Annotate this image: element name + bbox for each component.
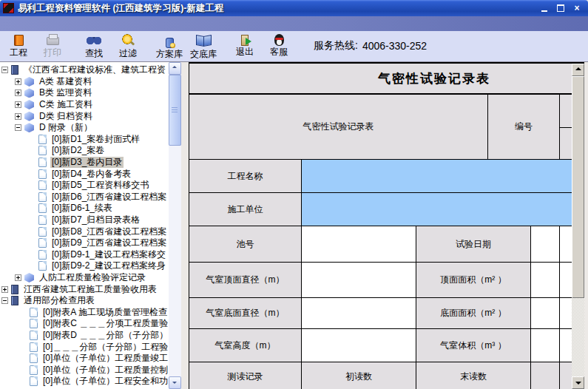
tree-node-icon <box>38 146 47 155</box>
tree-expander-icon[interactable] <box>15 89 21 96</box>
tree-item[interactable]: 人防工程质量检验评定记录 <box>0 272 169 284</box>
tree-item[interactable]: [0]单位（子单位）工程质量控制 <box>0 364 169 376</box>
minimize-button[interactable] <box>538 3 551 14</box>
app-logo-icon <box>3 3 14 13</box>
menu-item[interactable] <box>84 22 98 25</box>
tree-expander-icon[interactable] <box>15 101 21 108</box>
tree-node-icon <box>38 203 47 213</box>
bottom-area-input[interactable] <box>531 298 560 328</box>
tree-scroll-up-button[interactable] <box>169 62 181 75</box>
form-scroll-up-button[interactable] <box>572 64 584 76</box>
form-table: 气密性试验记录表 编号 工程名称 施工单位 池号 试验日期 <box>189 93 572 389</box>
menu-item[interactable] <box>58 22 71 25</box>
tree-item[interactable]: [0]新D9_江西省建设工程档案 <box>0 237 169 249</box>
bottom-area-label: 底面面积（m² ） <box>416 298 531 328</box>
tree-item[interactable]: [0]新D9-2_建设工程档案终身 <box>0 260 169 272</box>
tree-node-icon <box>38 250 47 260</box>
toolbar-button[interactable]: 交底库 <box>186 31 220 61</box>
tree-item[interactable]: 《江西省工程建设标准、建筑工程资 <box>0 64 169 76</box>
form-scroll-thumb[interactable] <box>572 76 584 298</box>
toolbar-button-label: 交底库 <box>190 48 217 61</box>
table-row: 施工单位 <box>189 193 572 226</box>
tree-node-icon <box>38 135 47 144</box>
tree-item[interactable]: [0]新D4_卷内备考表 <box>0 168 169 180</box>
tree-item-label: 人防工程质量检验评定记录 <box>38 272 147 284</box>
tree-item[interactable]: B类 监理资料 <box>0 87 169 99</box>
tree-node-icon <box>38 227 47 237</box>
tree-node-icon <box>24 123 34 132</box>
menu-item[interactable] <box>71 22 84 25</box>
toolbar-group: 查找 过滤 <box>77 32 145 61</box>
form-scrollbar[interactable] <box>572 64 584 389</box>
tree-item[interactable]: [0]新D3_卷内目录 <box>0 157 169 169</box>
close-button[interactable]: × <box>570 3 584 14</box>
serial-number-cell[interactable] <box>560 95 572 159</box>
tree-item[interactable]: C类 施工资料 <box>0 99 169 111</box>
menu-item[interactable] <box>18 22 31 25</box>
table-row: 气室顶面直径（m） 顶面面积（m² ） <box>189 263 572 298</box>
menu-item[interactable] <box>44 22 58 25</box>
table-cell[interactable] <box>560 298 572 328</box>
tree-expander-icon[interactable] <box>1 67 8 73</box>
tree-item[interactable]: [0]新D6-1_续表 <box>0 203 169 214</box>
top-area-input[interactable] <box>531 263 560 297</box>
top-diameter-input[interactable] <box>302 263 416 297</box>
tree-scroll-thumb[interactable] <box>169 75 181 146</box>
tree-scroll-down-button[interactable] <box>169 376 181 389</box>
chamber-volume-input[interactable] <box>531 329 560 362</box>
form-scroll-down-button[interactable] <box>572 376 584 389</box>
tree-item-label: B类 监理资料 <box>38 87 93 99</box>
tree-item[interactable]: [0]新D7_归档目录表格 <box>0 214 169 226</box>
tree-expander-icon[interactable] <box>15 113 21 120</box>
toolbar-button[interactable]: 退出 <box>228 33 262 59</box>
pool-number-input[interactable] <box>302 226 416 262</box>
toolbar-button[interactable]: 打印 <box>36 32 70 60</box>
tree-item[interactable]: 江西省建筑工程施工质量验收用表 <box>0 283 169 295</box>
tree-item[interactable]: D 附录（新） <box>0 122 169 134</box>
table-cell[interactable] <box>560 263 572 297</box>
menu-item[interactable] <box>31 22 44 25</box>
tree-item[interactable]: [0]单位（子单位）工程质量竣工 <box>0 353 169 365</box>
tree-item[interactable]: [0]附表A 施工现场质量管理检查 <box>0 306 169 318</box>
tree-item[interactable]: A类 基建资料 <box>0 76 169 88</box>
window-controls: × <box>538 3 584 14</box>
toolbar-button[interactable]: 查找 <box>77 32 111 61</box>
construction-unit-input[interactable] <box>302 193 572 226</box>
toolbar-button[interactable]: 工程 <box>1 32 36 60</box>
tree-item[interactable]: [0]新D2_案卷 <box>0 145 169 157</box>
table-cell[interactable] <box>560 329 572 362</box>
tree-item[interactable]: 通用部分检查用表 <box>0 295 169 307</box>
tree-node-icon <box>11 296 18 305</box>
bottom-diameter-input[interactable] <box>302 298 416 328</box>
chamber-height-input[interactable] <box>302 329 416 362</box>
table-cell[interactable] <box>560 226 572 262</box>
tree-expander-icon[interactable] <box>15 78 21 85</box>
project-name-input[interactable] <box>302 160 572 192</box>
tree-expander-icon[interactable] <box>15 124 21 131</box>
tree-expander-icon[interactable] <box>1 286 8 293</box>
tree-item[interactable]: [0]新D9-1_建设工程档案移交 <box>0 249 169 261</box>
tree-item[interactable]: [0]新D8_江西省建设工程档案 <box>0 226 169 237</box>
tree-item[interactable]: [0]单位（子单位）工程安全和功 <box>0 376 169 388</box>
toolbar-button[interactable]: 方案库 <box>152 31 186 61</box>
restore-button[interactable] <box>554 3 567 14</box>
tree-node-icon <box>38 215 47 225</box>
tree-expander-icon[interactable] <box>15 274 21 281</box>
tree-item[interactable]: D类 归档资料 <box>0 110 169 122</box>
tree-item[interactable]: [0]附表C ＿＿＿分项工程质量验 <box>0 318 169 330</box>
tree-node-icon <box>11 65 18 75</box>
tree-item[interactable]: [0]附表D ＿＿＿分部（子分部） <box>0 330 169 342</box>
tree-item-label: [0]新D6_江西省建设工程档案 <box>50 192 168 203</box>
tree-item[interactable]: [0]新D6_江西省建设工程档案 <box>0 192 169 203</box>
menu-item[interactable] <box>4 22 18 25</box>
toolbar-button-icon <box>47 37 59 45</box>
tree-item[interactable]: [0]新D5_工程资料移交书 <box>0 180 169 192</box>
test-date-input[interactable] <box>531 226 560 262</box>
tree-scrollbar[interactable] <box>169 62 181 389</box>
tree-item[interactable]: [0]新D1_案卷封面式样 <box>0 134 169 146</box>
tree-expander-icon[interactable] <box>1 297 8 304</box>
toolbar-button[interactable]: 过滤 <box>111 32 145 61</box>
tree-item[interactable]: [0]＿＿＿分部（子分部）工程验 <box>0 341 169 353</box>
construction-unit-label: 施工单位 <box>189 193 302 226</box>
toolbar-button[interactable]: 客服 <box>262 33 296 59</box>
